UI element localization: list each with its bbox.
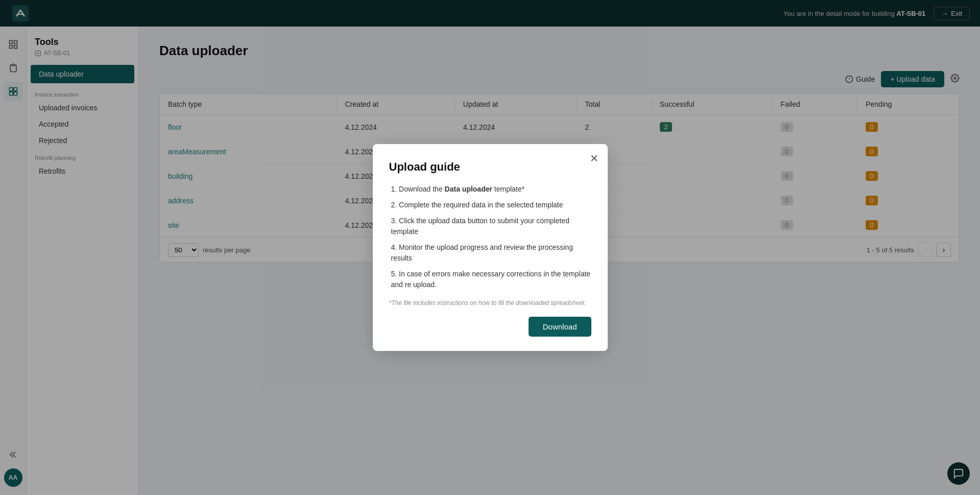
- modal-close-button[interactable]: ✕: [590, 152, 599, 164]
- modal-download-button[interactable]: Download: [529, 317, 591, 337]
- modal-step-item: Monitor the upload progress and review t…: [389, 242, 591, 264]
- modal-title: Upload guide: [389, 160, 591, 174]
- modal-overlay[interactable]: ✕ Upload guide Download the Data uploade…: [0, 0, 980, 495]
- modal-note: *The file includes instructions on how t…: [389, 299, 591, 307]
- modal-step-item: Download the Data uploader template*: [389, 184, 591, 195]
- modal-step-item: Click the upload data button to submit y…: [389, 216, 591, 237]
- modal-step-item: Complete the required data in the select…: [389, 200, 591, 210]
- upload-guide-modal: ✕ Upload guide Download the Data uploade…: [373, 144, 608, 351]
- modal-steps: Download the Data uploader template*Comp…: [389, 184, 591, 290]
- modal-step-item: In case of errors make necessary correct…: [389, 269, 591, 290]
